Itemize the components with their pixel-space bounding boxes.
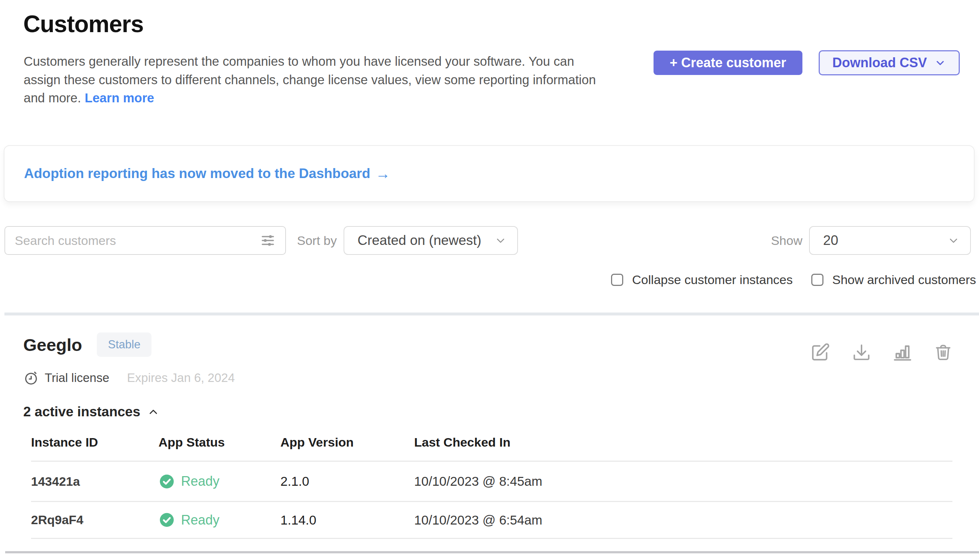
table-header-row: Instance ID App Status App Version Last … [31,435,952,462]
page-description: Customers generally represent the compan… [23,52,596,107]
download-csv-label: Download CSV [832,55,927,70]
show-label: Show [771,233,802,248]
description-line: and more.Learn more [23,89,596,107]
filter-sliders-icon[interactable] [260,233,275,248]
bottom-divider [5,551,979,553]
arrow-right-icon: → [375,165,390,182]
customer-actions [810,342,952,363]
page-title: Customers [23,10,143,38]
show-archived-option[interactable]: Show archived customers [811,273,976,287]
col-header-app-status: App Status [158,435,280,450]
check-circle-icon [158,512,175,528]
customer-card: Geeglo Stable [23,332,960,539]
adoption-banner-link[interactable]: Adoption reporting has now moved to the … [24,166,370,182]
license-type: Trial license [45,371,109,385]
section-divider [5,313,979,315]
col-header-instance-id: Instance ID [31,435,158,450]
chevron-down-icon [947,234,960,247]
channel-badge: Stable [97,332,152,357]
checkbox-row: Collapse customer instances Show archive… [611,273,976,287]
col-header-last-checked-in: Last Checked In [414,435,952,450]
col-header-app-version: App Version [280,435,414,450]
filter-row: Sort by Created on (newest) Show 20 [5,226,971,255]
show-select-value: 20 [823,233,838,248]
learn-more-link[interactable]: Learn more [85,91,154,105]
table-row: 143421a Ready 2.1.0 10/10/2023 @ 8:45am [31,462,952,502]
show-archived-label: Show archived customers [832,273,976,287]
sort-by-label: Sort by [297,233,337,248]
show-select[interactable]: 20 [809,226,971,255]
chevron-down-icon [494,234,507,247]
table-row: 2Rq9aF4 Ready 1.14.0 10/10/2023 @ 6:54am [31,502,952,539]
customers-page: Customers Customers generally represent … [0,0,979,560]
instance-id: 2Rq9aF4 [31,513,158,527]
check-circle-icon [158,473,175,490]
description-line: Customers generally represent the compan… [23,52,596,71]
adoption-banner[interactable]: Adoption reporting has now moved to the … [4,145,974,202]
instances-table: Instance ID App Status App Version Last … [31,435,952,539]
sort-select[interactable]: Created on (newest) [344,226,518,255]
app-version: 2.1.0 [280,474,414,489]
edit-icon[interactable] [810,342,831,363]
chevron-down-icon [934,57,946,69]
search-input[interactable] [15,233,260,248]
create-customer-button[interactable]: + Create customer [654,51,802,75]
trial-clock-icon [23,370,39,386]
download-csv-button[interactable]: Download CSV [819,50,960,75]
app-status: Ready [158,473,280,490]
collapse-instances-checkbox[interactable] [611,274,623,286]
show-archived-checkbox[interactable] [811,274,824,286]
license-row: Trial license Expires Jan 6, 2024 [23,370,960,386]
last-checked-in: 10/10/2023 @ 8:45am [414,474,952,489]
collapse-instances-option[interactable]: Collapse customer instances [611,273,793,287]
chevron-up-icon [147,406,160,418]
sort-select-value: Created on (newest) [358,233,481,248]
customer-name-row: Geeglo Stable [23,332,960,357]
app-status: Ready [158,512,280,528]
header-actions: + Create customer Download CSV [654,50,960,75]
last-checked-in: 10/10/2023 @ 6:54am [414,513,952,527]
search-customers-box[interactable] [5,226,286,255]
download-icon[interactable] [852,343,871,362]
active-instances-toggle[interactable]: 2 active instances [23,404,960,420]
bar-chart-icon[interactable] [892,342,912,362]
trash-icon[interactable] [934,343,952,362]
description-line: assign these customers to different chan… [23,71,596,89]
instance-id: 143421a [31,474,158,489]
app-version: 1.14.0 [280,513,414,527]
active-instances-label: 2 active instances [23,404,140,420]
license-expires: Expires Jan 6, 2024 [127,371,235,385]
customer-name: Geeglo [23,335,82,355]
collapse-instances-label: Collapse customer instances [632,273,793,287]
